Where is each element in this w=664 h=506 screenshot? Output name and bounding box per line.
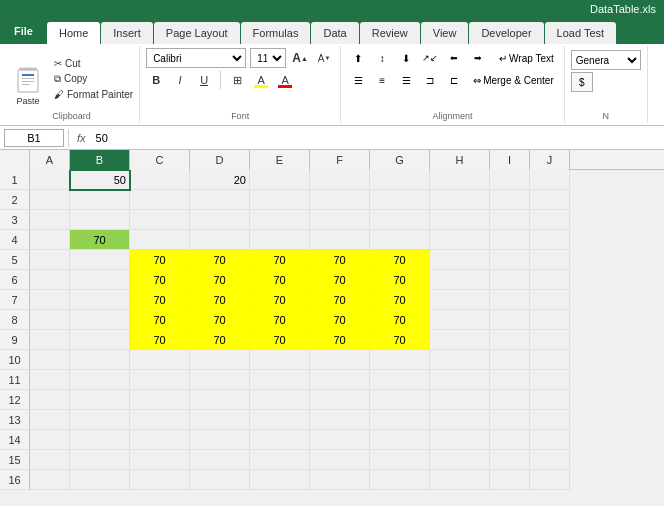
cell-B14[interactable]: [70, 430, 130, 450]
tab-pagelayout[interactable]: Page Layout: [154, 22, 240, 44]
cell-D11[interactable]: [190, 370, 250, 390]
tab-data[interactable]: Data: [311, 22, 358, 44]
cell-F7[interactable]: 70: [310, 290, 370, 310]
cell-G3[interactable]: [370, 210, 430, 230]
cell-H11[interactable]: [430, 370, 490, 390]
italic-button[interactable]: I: [170, 70, 190, 90]
cell-D6[interactable]: 70: [190, 270, 250, 290]
cell-I2[interactable]: [490, 190, 530, 210]
cell-H10[interactable]: [430, 350, 490, 370]
cell-F14[interactable]: [310, 430, 370, 450]
row-header-2[interactable]: 2: [0, 190, 30, 210]
cell-J15[interactable]: [530, 450, 570, 470]
row-header-13[interactable]: 13: [0, 410, 30, 430]
cell-I16[interactable]: [490, 470, 530, 490]
align-right-button[interactable]: ☰: [395, 70, 417, 90]
cell-A14[interactable]: [30, 430, 70, 450]
row-header-10[interactable]: 10: [0, 350, 30, 370]
row-header-8[interactable]: 8: [0, 310, 30, 330]
col-header-f[interactable]: F: [310, 150, 370, 170]
cell-C6[interactable]: 70: [130, 270, 190, 290]
cell-F10[interactable]: [310, 350, 370, 370]
cell-E9[interactable]: 70: [250, 330, 310, 350]
cell-C3[interactable]: [130, 210, 190, 230]
cell-F8[interactable]: 70: [310, 310, 370, 330]
cell-D9[interactable]: 70: [190, 330, 250, 350]
row-header-11[interactable]: 11: [0, 370, 30, 390]
row-header-9[interactable]: 9: [0, 330, 30, 350]
cell-B6[interactable]: [70, 270, 130, 290]
cell-F15[interactable]: [310, 450, 370, 470]
cell-B7[interactable]: [70, 290, 130, 310]
cell-E4[interactable]: [250, 230, 310, 250]
col-header-h[interactable]: H: [430, 150, 490, 170]
col-header-g[interactable]: G: [370, 150, 430, 170]
cell-D12[interactable]: [190, 390, 250, 410]
cell-B10[interactable]: [70, 350, 130, 370]
cell-F4[interactable]: [310, 230, 370, 250]
cell-B12[interactable]: [70, 390, 130, 410]
cell-G11[interactable]: [370, 370, 430, 390]
indent-increase-button[interactable]: ➡: [467, 48, 489, 68]
tab-file[interactable]: File: [0, 18, 47, 44]
row-header-3[interactable]: 3: [0, 210, 30, 230]
row-header-6[interactable]: 6: [0, 270, 30, 290]
cell-A15[interactable]: [30, 450, 70, 470]
col-header-i[interactable]: I: [490, 150, 530, 170]
bold-button[interactable]: B: [146, 70, 166, 90]
cell-J12[interactable]: [530, 390, 570, 410]
cell-J10[interactable]: [530, 350, 570, 370]
cell-H3[interactable]: [430, 210, 490, 230]
cut-button[interactable]: ✂ Cut: [52, 57, 135, 70]
row-header-12[interactable]: 12: [0, 390, 30, 410]
cell-D14[interactable]: [190, 430, 250, 450]
format-painter-button[interactable]: 🖌 Format Painter: [52, 88, 135, 101]
cell-G15[interactable]: [370, 450, 430, 470]
cell-I7[interactable]: [490, 290, 530, 310]
cell-E15[interactable]: [250, 450, 310, 470]
cell-E11[interactable]: [250, 370, 310, 390]
cell-I3[interactable]: [490, 210, 530, 230]
cell-F2[interactable]: [310, 190, 370, 210]
cell-reference-box[interactable]: [4, 129, 64, 147]
cell-I6[interactable]: [490, 270, 530, 290]
cell-J9[interactable]: [530, 330, 570, 350]
font-size-select[interactable]: 11: [250, 48, 286, 68]
cell-E14[interactable]: [250, 430, 310, 450]
cell-H14[interactable]: [430, 430, 490, 450]
tab-insert[interactable]: Insert: [101, 22, 153, 44]
cell-H12[interactable]: [430, 390, 490, 410]
col-header-d[interactable]: D: [190, 150, 250, 170]
cell-J1[interactable]: [530, 170, 570, 190]
cell-H16[interactable]: [430, 470, 490, 490]
cell-F11[interactable]: [310, 370, 370, 390]
row-header-4[interactable]: 4: [0, 230, 30, 250]
formula-input[interactable]: [94, 129, 660, 147]
cell-D5[interactable]: 70: [190, 250, 250, 270]
cell-D13[interactable]: [190, 410, 250, 430]
cell-J6[interactable]: [530, 270, 570, 290]
align-top-button[interactable]: ⬆: [347, 48, 369, 68]
cell-I12[interactable]: [490, 390, 530, 410]
cell-A4[interactable]: [30, 230, 70, 250]
number-format-select[interactable]: Genera: [571, 50, 641, 70]
font-color-button[interactable]: A: [275, 70, 295, 90]
tab-view[interactable]: View: [421, 22, 469, 44]
align-left-button[interactable]: ☰: [347, 70, 369, 90]
cell-H2[interactable]: [430, 190, 490, 210]
cell-G9[interactable]: 70: [370, 330, 430, 350]
copy-button[interactable]: ⧉ Copy: [52, 72, 135, 86]
cell-G2[interactable]: [370, 190, 430, 210]
align-middle-button[interactable]: ↕: [371, 48, 393, 68]
tab-review[interactable]: Review: [360, 22, 420, 44]
cell-F13[interactable]: [310, 410, 370, 430]
cell-B1[interactable]: 50: [70, 170, 130, 190]
align-bottom-button[interactable]: ⬇: [395, 48, 417, 68]
cell-F6[interactable]: 70: [310, 270, 370, 290]
cell-C9[interactable]: 70: [130, 330, 190, 350]
cell-C10[interactable]: [130, 350, 190, 370]
cell-J3[interactable]: [530, 210, 570, 230]
cell-B3[interactable]: [70, 210, 130, 230]
cell-C7[interactable]: 70: [130, 290, 190, 310]
cell-J7[interactable]: [530, 290, 570, 310]
